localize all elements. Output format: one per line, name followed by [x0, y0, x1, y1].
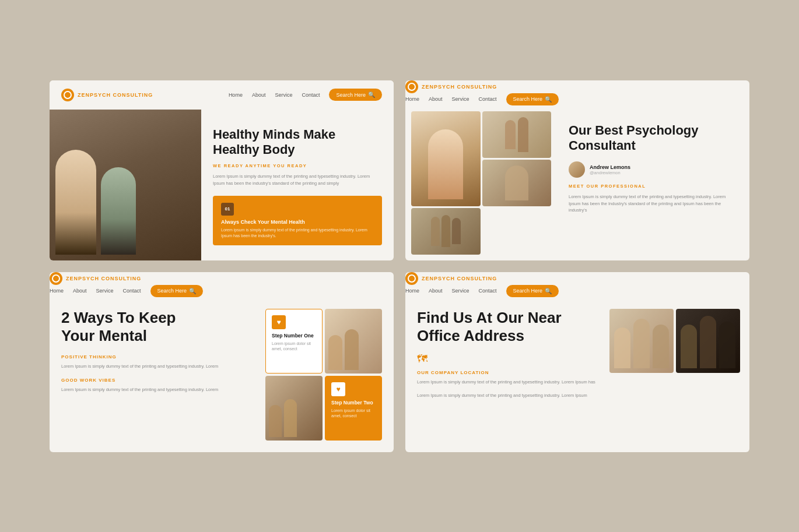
hero-body: Lorem Ipsum is simply dummy text of the … — [213, 173, 382, 186]
good-work-body: Lorem Ipsum is simply dummy text of the … — [61, 386, 254, 393]
nav-contact-1[interactable]: Contact — [302, 92, 320, 98]
slide-findus: ZENPSYCH CONSULTING Home About Service C… — [405, 272, 749, 452]
nav-service-3[interactable]: Service — [96, 288, 114, 294]
consultant-name: Andrew Lemons — [590, 164, 630, 170]
steps-grid: ♥ Step Number One Lorem ipsum dolor sit … — [265, 309, 382, 441]
slide-hero: ZENPSYCH CONSULTING Home About Service C… — [50, 80, 394, 260]
slides-grid: ZENPSYCH CONSULTING Home About Service C… — [50, 80, 749, 452]
slide-consultant: ZENPSYCH CONSULTING Home About Service C… — [405, 80, 749, 260]
nav-home-3[interactable]: Home — [50, 288, 64, 294]
brand-name-1: ZENPSYCH CONSULTING — [78, 92, 153, 98]
consultant-profile: Andrew Lemons @andrewlemon — [569, 161, 738, 178]
office-photos — [609, 309, 738, 441]
nav-service-4[interactable]: Service — [452, 288, 469, 294]
nav-contact-2[interactable]: Contact — [479, 96, 497, 102]
ways-title: 2 Ways To Keep Your Mental — [61, 309, 254, 345]
search-icon-4: 🔍 — [545, 288, 552, 294]
nav-home-4[interactable]: Home — [405, 288, 419, 294]
photo-cell-2 — [482, 111, 552, 158]
location-body-2: Lorem Ipsum is simply dummy text of the … — [417, 392, 598, 399]
search-label-2: Search Here — [513, 96, 543, 102]
positive-thinking-label: POSITIVE THINKING — [61, 354, 254, 360]
logo-2: ZENPSYCH CONSULTING — [405, 80, 749, 93]
nav-service-2[interactable]: Service — [452, 96, 469, 102]
brand-name-2: ZENPSYCH CONSULTING — [422, 84, 497, 90]
consultant-content: Our Best Psychology Consultant Andrew Le… — [405, 105, 749, 260]
slide-ways: ZENPSYCH CONSULTING Home About Service C… — [50, 272, 394, 452]
nav-service-1[interactable]: Service — [275, 92, 292, 98]
nav-links-2: Home About Service Contact Search Here 🔍 — [405, 93, 749, 105]
location-label: OUR COMPANY LOCATION — [417, 370, 598, 375]
nav-about-2[interactable]: About — [429, 96, 443, 102]
ways-content: 2 Ways To Keep Your Mental POSITIVE THIN… — [50, 297, 394, 452]
nav-about-4[interactable]: About — [429, 288, 443, 294]
ways-photo-1 — [325, 309, 382, 374]
photo-cell-3 — [482, 160, 552, 206]
logo-3: ZENPSYCH CONSULTING — [50, 272, 394, 285]
search-label-1: Search Here — [336, 92, 366, 98]
hero-text-panel: Healthy Minds Make Healthy Body WE READY… — [201, 110, 394, 260]
hero-subtitle: WE READY ANYTIME YOU READY — [213, 163, 382, 168]
nav-links-4: Home About Service Contact Search Here 🔍 — [405, 285, 749, 297]
map-icon: 🗺 — [417, 353, 598, 365]
logo-icon-3 — [50, 272, 62, 285]
step-1-icon: ♥ — [272, 315, 286, 329]
office-photo-1 — [609, 309, 674, 373]
search-button-4[interactable]: Search Here 🔍 — [506, 285, 559, 297]
search-icon-2: 🔍 — [545, 96, 552, 103]
tip-card: 01 Always Check Your Mental Health Lorem… — [213, 196, 382, 246]
logo-icon-1 — [61, 89, 74, 101]
find-title: Find Us At Our Near Office Address — [417, 309, 598, 345]
photo-cell-4 — [411, 208, 481, 255]
nav-links-1: Home About Service Contact Search Here 🔍 — [229, 89, 382, 101]
meet-label: MEET OUR PROFESSIONAL — [569, 184, 738, 189]
hero-image — [50, 110, 201, 260]
search-button-2[interactable]: Search Here 🔍 — [506, 93, 559, 105]
brand-name-4: ZENPSYCH CONSULTING — [422, 276, 497, 281]
card-title: Always Check Your Mental Health — [221, 219, 374, 225]
photo-grid — [405, 105, 557, 260]
logo-icon-2 — [405, 80, 418, 93]
ways-left-panel: 2 Ways To Keep Your Mental POSITIVE THIN… — [61, 309, 254, 441]
office-photo-2 — [676, 309, 740, 373]
nav-home-2[interactable]: Home — [405, 96, 419, 102]
consult-title: Our Best Psychology Consultant — [569, 123, 738, 154]
consult-body: Lorem Ipsum is simply dummy text of the … — [569, 193, 738, 213]
step-1-body: Lorem ipsum dolor sit amet, consect — [272, 341, 316, 353]
card-body: Lorem ipsum is simply dummy text of the … — [221, 227, 374, 239]
find-left-panel: Find Us At Our Near Office Address 🗺 OUR… — [417, 309, 598, 441]
search-icon-1: 🔍 — [368, 91, 375, 98]
nav-home-1[interactable]: Home — [229, 92, 243, 98]
nav-about-1[interactable]: About — [252, 92, 266, 98]
nav-about-3[interactable]: About — [73, 288, 87, 294]
nav-2: ZENPSYCH CONSULTING Home About Service C… — [405, 80, 749, 105]
hero-content: Healthy Minds Make Healthy Body WE READY… — [50, 110, 394, 260]
ways-photo-2 — [265, 376, 323, 441]
search-label-3: Search Here — [157, 288, 187, 294]
step-2-body: Lorem ipsum dolor sit amet, consect — [331, 408, 376, 420]
step-2-icon: ♥ — [331, 382, 345, 396]
brand-name-3: ZENPSYCH CONSULTING — [66, 276, 141, 281]
nav-contact-3[interactable]: Contact — [123, 288, 141, 294]
consult-text-panel: Our Best Psychology Consultant Andrew Le… — [557, 105, 749, 260]
nav-1: ZENPSYCH CONSULTING Home About Service C… — [50, 80, 394, 110]
good-work-label: GOOD WORK VIBES — [61, 378, 254, 383]
step-2-title: Step Number Two — [331, 400, 376, 406]
search-button-1[interactable]: Search Here 🔍 — [329, 89, 382, 101]
step-1-title: Step Number One — [272, 333, 316, 339]
consultant-avatar — [569, 161, 585, 178]
logo-icon-4 — [405, 272, 418, 285]
logo-1: ZENPSYCH CONSULTING — [61, 89, 153, 101]
search-button-3[interactable]: Search Here 🔍 — [150, 285, 204, 297]
nav-4: ZENPSYCH CONSULTING Home About Service C… — [405, 272, 749, 297]
photo-cell-main — [411, 111, 481, 206]
search-icon-3: 🔍 — [189, 288, 196, 294]
step-card-2: ♥ Step Number Two Lorem ipsum dolor sit … — [325, 376, 382, 441]
card-number: 01 — [221, 203, 234, 216]
findus-content: Find Us At Our Near Office Address 🗺 OUR… — [405, 297, 749, 452]
hero-title: Healthy Minds Make Healthy Body — [213, 127, 382, 158]
nav-links-3: Home About Service Contact Search Here 🔍 — [50, 285, 394, 297]
step-card-1: ♥ Step Number One Lorem ipsum dolor sit … — [265, 309, 323, 374]
nav-contact-4[interactable]: Contact — [479, 288, 497, 294]
consultant-handle: @andrewlemon — [590, 170, 630, 175]
